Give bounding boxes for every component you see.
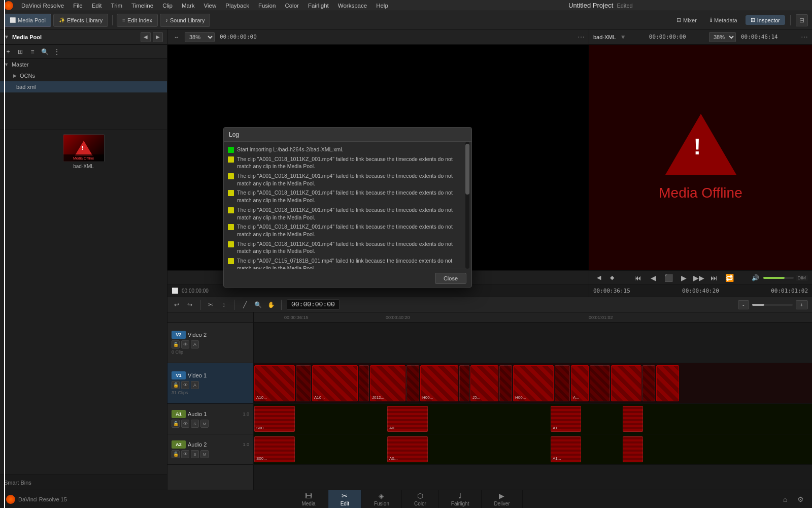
folder-ocns[interactable]: ▶ OCNs	[0, 70, 167, 81]
panel-nav-back[interactable]: ◀	[141, 32, 151, 42]
prog-vol-icon[interactable]: 🔊	[750, 272, 761, 283]
tl-arrow-btn[interactable]: ↕	[219, 300, 229, 310]
v1-clip-extra1[interactable]	[590, 365, 610, 401]
prog-in-btn[interactable]: ⏮	[632, 272, 644, 283]
menu-workspace[interactable]: Workspace	[334, 2, 371, 10]
menu-timeline[interactable]: Timeline	[127, 2, 157, 10]
clip-thumbnail[interactable]: ! Media Offline	[63, 134, 105, 162]
tl-zoom-out[interactable]: -	[738, 300, 749, 309]
mp-sort-btn[interactable]: ⋮	[52, 47, 62, 57]
menu-view[interactable]: View	[200, 2, 221, 10]
menu-color[interactable]: Color	[281, 2, 302, 10]
expand-arrow[interactable]: ▼	[4, 34, 9, 40]
prog-more-btn[interactable]: ⋯	[801, 33, 808, 41]
mp-add-btn[interactable]: +	[3, 47, 13, 57]
v1-clip-7[interactable]: H00...	[420, 365, 458, 401]
prog-zoom-select[interactable]: 38%	[709, 32, 736, 42]
tl-blade-btn[interactable]: ╱	[240, 300, 250, 310]
tl-hand-btn[interactable]: ✋	[266, 300, 276, 310]
menu-fusion[interactable]: Fusion	[254, 2, 280, 10]
menu-fairlight[interactable]: Fairlight	[304, 2, 333, 10]
prog-play-btn[interactable]: ▶	[678, 272, 689, 283]
media-pool-btn[interactable]: ⬜ Media Pool	[4, 14, 51, 27]
log-close-btn[interactable]: Close	[435, 273, 466, 284]
prog-out-btn[interactable]: ⏭	[708, 272, 720, 283]
v1-clip-extra3[interactable]	[642, 365, 655, 401]
tl-mag-btn[interactable]: 🔍	[253, 300, 263, 310]
panel-nav-forward[interactable]: ▶	[153, 32, 163, 42]
a2-eye-btn[interactable]: 👁	[181, 450, 189, 458]
prog-prev-btn[interactable]: ◀	[648, 272, 659, 283]
v1-clip-4[interactable]	[359, 365, 369, 401]
a1-m-btn[interactable]: M	[200, 420, 209, 428]
v1-clip-2[interactable]	[296, 365, 311, 401]
src-transform-btn[interactable]: ↔	[172, 32, 182, 42]
v1-clip-1[interactable]: A10...	[254, 365, 295, 401]
a1-eye-btn[interactable]: 👁	[181, 420, 189, 428]
log-dialog-content[interactable]: Start importing L:/bad-h264s-2/bad-XML.x…	[224, 142, 471, 269]
v1-clip-extra4[interactable]	[656, 365, 679, 401]
menu-clip[interactable]: Clip	[158, 2, 177, 10]
a1-clip-1[interactable]: S00...	[254, 406, 295, 432]
settings-gear-btn[interactable]: ⚙	[795, 494, 806, 505]
v1-eye-btn[interactable]: 👁	[181, 381, 189, 389]
prog-vis-btn[interactable]: ◆	[606, 272, 618, 283]
mp-list-btn[interactable]: ≡	[27, 47, 38, 57]
tab-fairlight[interactable]: ♩ Fairlight	[439, 490, 482, 508]
tl-zoom-in[interactable]: +	[796, 300, 808, 309]
mp-grid-btn[interactable]: ⊞	[15, 47, 25, 57]
v2-auto-btn[interactable]: A	[191, 340, 199, 348]
metadata-btn[interactable]: ℹ Metadata	[705, 15, 742, 25]
mp-search-btn[interactable]: 🔍	[40, 47, 50, 57]
prog-next-btn[interactable]: ▶▶	[693, 272, 704, 283]
sound-library-btn[interactable]: ♪ Sound Library	[160, 14, 211, 27]
home-btn[interactable]: ⌂	[780, 494, 791, 505]
v1-clip-extra2[interactable]	[611, 365, 641, 401]
prog-loop-btn[interactable]: 🔁	[724, 272, 735, 283]
v1-clip-10[interactable]	[499, 365, 512, 401]
tl-undo-btn[interactable]: ↩	[172, 300, 182, 310]
src-more-btn[interactable]: ⋯	[578, 33, 585, 41]
v1-clip-3[interactable]: A10...	[312, 365, 358, 401]
v2-lock-btn[interactable]: 🔓	[172, 340, 180, 348]
workspace-layout-btn[interactable]: ⊟	[796, 14, 808, 26]
menu-edit[interactable]: Edit	[88, 2, 106, 10]
menu-davinci[interactable]: DaVinci Resolve	[17, 2, 68, 10]
v1-clip-9[interactable]: J5...	[470, 365, 498, 401]
src-zoom-select[interactable]: 38% 50% 100%	[185, 32, 215, 42]
menu-file[interactable]: File	[69, 2, 87, 10]
a2-clip-3[interactable]: A1...	[551, 436, 581, 462]
a1-s-btn[interactable]: S	[191, 420, 199, 428]
a2-clip-2[interactable]: A0...	[387, 436, 428, 462]
a2-lock-btn[interactable]: 🔓	[172, 450, 180, 458]
v1-clip-8[interactable]	[459, 365, 469, 401]
effects-library-btn[interactable]: ✨ Effects Library	[53, 14, 108, 27]
log-scrollbar-thumb[interactable]	[465, 144, 469, 195]
tab-edit[interactable]: ✂ Edit	[328, 490, 362, 508]
smart-bins[interactable]: Smart Bins	[0, 474, 167, 490]
program-dropdown-icon[interactable]: ▼	[620, 34, 626, 41]
menu-help[interactable]: Help	[372, 2, 392, 10]
v1-clip-11[interactable]: H00...	[513, 365, 554, 401]
v1-clip-12[interactable]	[555, 365, 570, 401]
folder-bad-xml[interactable]: bad xml	[0, 81, 167, 92]
a2-s-btn[interactable]: S	[191, 450, 199, 458]
edit-index-btn[interactable]: ≡ Edit Index	[117, 14, 158, 27]
tab-media[interactable]: 🎞 Media	[289, 490, 328, 508]
tl-zoom-slider[interactable]	[752, 304, 793, 306]
a1-clip-3[interactable]: A1...	[551, 406, 581, 432]
inspector-btn[interactable]: ⊞ Inspector	[746, 15, 785, 25]
a1-clip-4[interactable]	[623, 406, 643, 432]
v1-auto-btn[interactable]: A	[191, 381, 199, 389]
menu-playback[interactable]: Playback	[221, 2, 253, 10]
volume-slider[interactable]	[763, 277, 794, 279]
a2-clip-4[interactable]	[623, 436, 643, 462]
tl-redo-btn[interactable]: ↪	[185, 300, 195, 310]
v1-lock-btn[interactable]: 🔓	[172, 381, 180, 389]
mixer-btn[interactable]: ⊟ Mixer	[671, 15, 702, 25]
a2-m-btn[interactable]: M	[200, 450, 209, 458]
v1-clip-5[interactable]: J012...	[370, 365, 405, 401]
tl-snip-btn[interactable]: ✂	[206, 300, 216, 310]
folder-master[interactable]: ▼ Master	[0, 59, 167, 70]
menu-trim[interactable]: Trim	[107, 2, 127, 10]
